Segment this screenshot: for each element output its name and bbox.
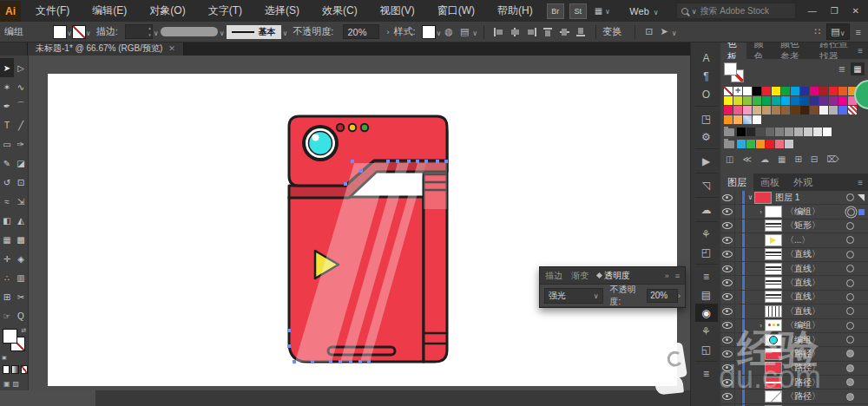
- eyedropper-tool[interactable]: ✛: [0, 249, 14, 268]
- menu-item-4[interactable]: 选择(S): [253, 0, 311, 22]
- swatch[interactable]: [737, 140, 746, 148]
- swatch[interactable]: [753, 115, 761, 124]
- close-button[interactable]: ✕: [852, 6, 859, 16]
- draw-normal-icon[interactable]: ▣: [3, 380, 10, 388]
- fill-stroke-proxy[interactable]: ⇄ ▣: [2, 329, 26, 358]
- swatch[interactable]: [746, 140, 755, 148]
- layer-row[interactable]: 〈直线〉: [720, 262, 868, 276]
- close-tab-icon[interactable]: ✕: [168, 44, 175, 53]
- blend-mode-dropdown[interactable]: 强光: [544, 288, 603, 304]
- swatch[interactable]: [813, 128, 822, 136]
- layer-row[interactable]: ›〈编组〉: [720, 319, 868, 333]
- paragraph-panel-icon[interactable]: ¶: [695, 67, 718, 85]
- align-c-icon[interactable]: [510, 27, 521, 37]
- mesh-tool[interactable]: ▦: [0, 230, 14, 249]
- swatch[interactable]: [772, 96, 780, 105]
- line-segment-tool[interactable]: ╱: [14, 115, 28, 134]
- color-button[interactable]: [3, 365, 10, 374]
- swatch[interactable]: [800, 96, 809, 105]
- swatch-kinds-icon[interactable]: ≪: [742, 154, 751, 164]
- expand-panel-icon[interactable]: »: [665, 272, 669, 280]
- disclosure-closed-icon[interactable]: ›: [757, 208, 765, 216]
- panel-menu-icon[interactable]: ≡: [858, 46, 863, 56]
- tab-stroke[interactable]: 描边: [545, 270, 562, 282]
- layer-row[interactable]: 〈路径〉: [720, 362, 868, 376]
- direct-selection-tool[interactable]: ▷: [14, 58, 28, 77]
- swatch[interactable]: [781, 96, 790, 105]
- appearance-panel-icon[interactable]: ≡: [695, 364, 718, 383]
- disclosure-open-icon[interactable]: ∨: [746, 193, 754, 201]
- tab-gradient[interactable]: 渐变: [571, 270, 589, 282]
- swatch[interactable]: [804, 128, 812, 136]
- swatch[interactable]: [781, 106, 790, 115]
- eye-icon[interactable]: [722, 279, 733, 286]
- swatch[interactable]: [772, 87, 780, 95]
- eye-icon[interactable]: [722, 364, 733, 371]
- swatch[interactable]: [785, 140, 793, 148]
- eye-icon[interactable]: [722, 293, 733, 300]
- panel-toggle-button[interactable]: ▤: [826, 23, 849, 40]
- align-m-icon[interactable]: [559, 27, 570, 37]
- new-swatch-icon[interactable]: ⊟: [811, 154, 818, 164]
- swatch[interactable]: [762, 106, 771, 115]
- swatch[interactable]: [810, 96, 819, 105]
- target-circle[interactable]: [846, 279, 854, 287]
- canvas[interactable]: [28, 56, 690, 406]
- tab-transparency[interactable]: 透明度: [597, 270, 630, 282]
- menu-item-3[interactable]: 文字(T): [197, 0, 253, 22]
- swatch[interactable]: [724, 115, 733, 124]
- swatch-group-folder-icon[interactable]: [724, 141, 734, 148]
- swatch-none[interactable]: [724, 87, 733, 95]
- target-circle[interactable]: [846, 293, 854, 301]
- target-circle[interactable]: [846, 236, 854, 244]
- column-graph-tool[interactable]: ▥: [14, 268, 28, 287]
- delete-swatch-icon[interactable]: ⌦: [826, 154, 838, 164]
- swatch[interactable]: [810, 106, 819, 115]
- eye-icon[interactable]: [722, 222, 733, 229]
- swatch[interactable]: [753, 87, 761, 95]
- zoom-tool[interactable]: Q: [14, 306, 28, 325]
- menu-item-7[interactable]: 窗口(W): [426, 0, 486, 22]
- swatch[interactable]: [800, 87, 809, 95]
- layer-row[interactable]: 〈...〉: [720, 233, 868, 247]
- bounding-box-icon[interactable]: ⊡: [645, 26, 653, 37]
- panel-menu-icon[interactable]: ≡: [858, 178, 863, 187]
- eye-icon[interactable]: [722, 393, 733, 400]
- symbol-sprayer-tool[interactable]: ∴: [0, 268, 14, 287]
- target-circle[interactable]: [846, 193, 854, 201]
- stroke-color-swatch[interactable]: [72, 25, 86, 39]
- swatch[interactable]: [791, 87, 799, 95]
- swatch[interactable]: [838, 87, 847, 95]
- hand-tool[interactable]: ☞: [0, 306, 14, 325]
- pen-tool[interactable]: ✒: [0, 96, 14, 115]
- artboards-panel-icon[interactable]: ◰: [695, 243, 718, 261]
- swatch[interactable]: [829, 87, 838, 95]
- swatch[interactable]: [819, 106, 828, 115]
- tab-color-guide[interactable]: 颜色参考: [773, 42, 812, 59]
- fill-proxy[interactable]: [3, 329, 17, 344]
- swatch[interactable]: [733, 115, 742, 124]
- swatch[interactable]: [838, 106, 847, 115]
- target-circle[interactable]: [846, 378, 854, 386]
- transform-label[interactable]: 变换: [602, 25, 621, 38]
- select-similar-icon[interactable]: ➤: [660, 26, 667, 37]
- tab-pathfinder[interactable]: 路径查找器: [812, 42, 858, 59]
- layer-row[interactable]: ›〈编组〉: [720, 205, 868, 219]
- layer-row[interactable]: 〈路径〉: [720, 390, 868, 403]
- swatch-group-folder-icon[interactable]: [724, 128, 734, 136]
- menu-item-0[interactable]: 文件(F): [24, 0, 81, 22]
- actions-panel-icon[interactable]: ⚙: [695, 128, 718, 146]
- target-circle[interactable]: [846, 251, 854, 259]
- layer-row[interactable]: 〈直线〉: [720, 276, 868, 290]
- swatch[interactable]: [737, 128, 746, 136]
- swatch[interactable]: [819, 87, 828, 95]
- navigator-panel-icon[interactable]: ▤: [695, 285, 718, 304]
- symbols-panel-icon[interactable]: ◳: [695, 109, 718, 128]
- eraser-tool[interactable]: ◪: [14, 154, 28, 173]
- minimize-button[interactable]: —: [808, 6, 817, 16]
- lasso-tool[interactable]: ∿: [14, 77, 28, 96]
- graphic-styles-panel-icon[interactable]: ⚘: [695, 225, 718, 243]
- swatch[interactable]: [838, 96, 847, 105]
- tab-artboards[interactable]: 画板: [753, 174, 786, 191]
- swatch[interactable]: [772, 106, 780, 115]
